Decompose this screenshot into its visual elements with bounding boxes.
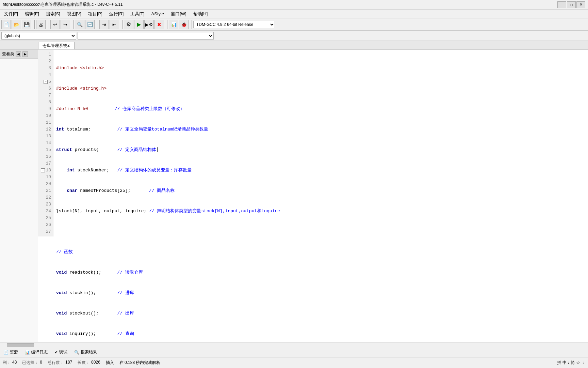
row-label: 列： [3, 360, 11, 366]
redo-button[interactable]: ↪ [61, 20, 70, 29]
status-parse: 在 0.188 秒内完成解析 [119, 360, 161, 366]
linenum-15: 15 [38, 147, 53, 153]
find-button[interactable]: 🔍 [75, 20, 84, 29]
linenum-10: 10 [38, 112, 53, 119]
linenum-13: 13 [38, 133, 53, 140]
code-line-7: char nameofProducts[25]; // 商品名称 [56, 187, 585, 194]
stop-button[interactable]: ✖ [154, 20, 164, 29]
globals-dropdown[interactable]: (globals) [1, 32, 76, 40]
linenum-17: 17 [38, 160, 53, 167]
linenum-16: 16 [38, 153, 53, 160]
input-method-status: 拼 中 ♪ 简 ☆ ： [557, 360, 585, 366]
linenum-6: 6 [38, 85, 53, 92]
close-button[interactable]: ✕ [576, 1, 585, 8]
status-bar: 列： 43 已选择： 0 总行数： 187 长度： 8026 插入 在 0.18… [0, 357, 588, 368]
menu-file[interactable]: 文件[F] [1, 10, 21, 18]
separator-6 [165, 20, 167, 29]
chart-button[interactable]: 📊 [169, 20, 178, 29]
code-line-3: #define N 50 // 仓库商品种类上限数（可修改） [56, 106, 585, 112]
panel-next-button[interactable]: ▶ [22, 51, 28, 57]
linenum-3: 3 [38, 65, 53, 72]
code-line-8: }stock[N], input, output, inquire; // 声明… [56, 208, 585, 215]
panel-prev-button[interactable]: ◀ [16, 51, 21, 57]
menu-edit[interactable]: 编辑[E] [22, 10, 42, 18]
separator-5 [120, 20, 122, 29]
status-total: 总行数： 187 [48, 360, 72, 366]
linenum-7: 7 [38, 92, 53, 99]
unindent-button[interactable]: ⇤ [110, 20, 119, 29]
fold-5[interactable]: − [44, 80, 48, 84]
new-button[interactable]: 📄 [1, 20, 11, 29]
menu-help[interactable]: 帮助[H] [191, 10, 211, 18]
print-button[interactable]: 🖨 [36, 20, 46, 29]
save-button[interactable]: 💾 [22, 20, 31, 29]
status-length: 长度： 8026 [78, 360, 100, 366]
menu-tools[interactable]: 工具[T] [128, 10, 147, 18]
code-line-4: int totalnum; // 定义全局变量totalnum记录商品种类数量 [56, 126, 585, 133]
compiler-select[interactable]: TDM-GCC 4.9.2 64-bit Release [193, 21, 275, 28]
title-bar: f\fqr\Desktop\cccccc\仓库管理系统\仓库管理系统.c - D… [0, 0, 588, 10]
replace-button[interactable]: 🔄 [85, 20, 95, 29]
code-line-9 [56, 228, 585, 235]
bottom-tab-debug[interactable]: ✔ 调试 [52, 349, 69, 356]
code-line-5: struct products{ // 定义商品结构体│ [56, 147, 585, 153]
left-panel: 查看类 ◀ ▶ [0, 50, 38, 342]
scrollbar-thumb-h[interactable] [7, 343, 34, 347]
code-line-12: void stockin(); // 进库 [56, 290, 585, 296]
bottom-tab-search[interactable]: 🔍 搜索结果 [72, 349, 99, 356]
resources-label: 资源 [10, 349, 18, 355]
debug-button[interactable]: 🐞 [179, 20, 189, 29]
linenum-25: 25 [38, 215, 53, 221]
linenum-27: 27 [38, 228, 53, 235]
linenum-24: 24 [38, 208, 53, 215]
toolbar2: (globals) [0, 31, 588, 41]
open-button[interactable]: 📂 [12, 20, 21, 29]
length-label: 长度： [78, 360, 90, 366]
code-area[interactable]: 1 2 3 4 −5 6 7 8 9 10 11 12 13 14 15 16 … [38, 50, 588, 342]
menu-view[interactable]: 视图[V] [64, 10, 84, 18]
total-value: 187 [65, 360, 72, 366]
toolbar: 📄 📂 💾 🖨 ↩ ↪ 🔍 🔄 ⇥ ⇤ ⚙ ▶ ▶⚙ ✖ 📊 🐞 TDM-GCC… [0, 18, 588, 31]
title-text: f\fqr\Desktop\cccccc\仓库管理系统\仓库管理系统.c - D… [3, 2, 123, 7]
horizontal-scrollbar[interactable] [0, 342, 588, 347]
debug-label: 调试 [59, 349, 67, 355]
compile-log-label: 编译日志 [31, 349, 48, 355]
tab-main-file[interactable]: 仓库管理系统.c [38, 42, 75, 49]
linenum-20: 20 [38, 181, 53, 187]
linenum-21: 21 [38, 187, 53, 194]
parse-time: 在 0.188 秒内完成解析 [119, 360, 161, 366]
menu-search[interactable]: 搜索[S] [43, 10, 63, 18]
status-insert: 插入 [106, 360, 114, 366]
menu-run[interactable]: 运行[R] [107, 10, 127, 18]
minimize-button[interactable]: ─ [557, 1, 566, 8]
selected-value: 0 [40, 360, 42, 366]
separator-3 [71, 20, 74, 29]
indent-button[interactable]: ⇥ [99, 20, 109, 29]
search-results-label: 搜索结果 [81, 349, 97, 355]
compile-run-button[interactable]: ▶⚙ [144, 20, 154, 29]
bottom-tab-resources[interactable]: 📄 资源 [1, 349, 20, 356]
undo-button[interactable]: ↩ [50, 20, 60, 29]
insert-mode: 插入 [106, 360, 114, 366]
fold-18[interactable]: − [41, 168, 45, 172]
compile-button[interactable]: ⚙ [124, 20, 133, 29]
linenum-22: 22 [38, 194, 53, 201]
function-dropdown[interactable] [78, 32, 214, 40]
resources-icon: 📄 [3, 350, 9, 355]
main-area: 查看类 ◀ ▶ 1 2 3 4 −5 6 7 8 9 10 11 12 13 1… [0, 50, 588, 342]
menu-window[interactable]: 窗口[W] [168, 10, 189, 18]
linenum-18: −18 [38, 167, 53, 174]
menu-project[interactable]: 项目[P] [85, 10, 105, 18]
linenum-11: 11 [38, 119, 53, 126]
menu-astyle[interactable]: AStyle [149, 11, 167, 17]
maximize-button[interactable]: □ [567, 1, 576, 8]
bottom-tab-compile-log[interactable]: 📊 编译日志 [23, 349, 50, 356]
code-line-6: int stockNumber; // 定义结构体的成员变量：库存数量 [56, 167, 585, 174]
code-line-14: void inquiry(); // 查询 [56, 331, 585, 337]
linenum-26: 26 [38, 221, 53, 228]
run-button[interactable]: ▶ [134, 20, 144, 29]
separator-7 [190, 20, 192, 29]
code-editor[interactable]: #include <stdio.h> #include <string.h> #… [53, 50, 588, 342]
code-line-10: // 函数 [56, 249, 585, 256]
status-selected: 已选择： 0 [22, 360, 42, 366]
